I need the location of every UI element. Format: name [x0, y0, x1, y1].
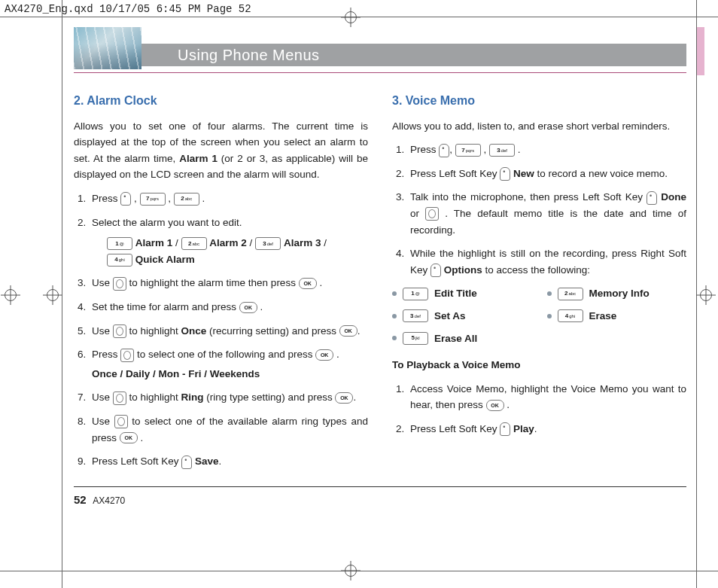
page: AX4270_Eng.qxd 10/17/05 6:45 PM Page 52 …	[0, 0, 718, 588]
crop-line-right	[696, 0, 697, 588]
alarm-steps: Press , 7pqrs , 2abc . Select the alarm …	[74, 190, 368, 470]
key-4-icon: 4ghi	[107, 254, 132, 267]
page-footer: 52 AX4270	[74, 493, 686, 506]
section-heading-voice: 3. Voice Memo	[392, 91, 686, 111]
alarm-step-2: Select the alarm you want to edit. 1@ Al…	[89, 215, 368, 268]
header-photo	[74, 27, 141, 69]
key-5-icon: 5jkl	[403, 332, 428, 345]
opt-set-as: 3defSet As	[392, 308, 532, 324]
page-number: 52	[74, 493, 87, 506]
recurrence-options: Once / Daily / Mon - Fri / Weekends	[92, 366, 368, 382]
voice-step-4: While the highlight is still on the reco…	[407, 245, 686, 278]
voice-step-1: Press , 7pqrs , 3def .	[407, 142, 686, 158]
key-1-icon: 1@	[107, 237, 132, 250]
ok-key-icon: OK	[120, 432, 138, 443]
two-columns: 2. Alarm Clock Allows you to set one of …	[74, 88, 686, 477]
section-heading-alarm: 2. Alarm Clock	[74, 91, 368, 111]
soft-key-icon	[439, 144, 449, 157]
alarm-step-6: Press to select one of the following and…	[89, 346, 368, 382]
nav-key-icon	[120, 349, 134, 362]
playback-step-1: Access Voice Memo, highlight the Voice M…	[407, 381, 686, 413]
left-column: 2. Alarm Clock Allows you to set one of …	[74, 88, 368, 477]
nav-key-icon	[113, 277, 126, 291]
voice-step-2: Press Left Soft Key New to record a new …	[407, 166, 686, 182]
soft-key-icon	[181, 455, 192, 469]
alarm-step-3: Use to highlight the alarm time then pre…	[89, 275, 368, 291]
playback-steps: Access Voice Memo, highlight the Voice M…	[392, 381, 686, 437]
opt-erase-all: 5jklErase All	[392, 331, 532, 347]
playback-step-2: Press Left Soft Key Play.	[407, 421, 686, 437]
alarm-step-7: Use to highlight Ring (ring type setting…	[89, 389, 368, 406]
soft-key-icon	[120, 192, 131, 206]
chapter-title: Using Phone Menus	[141, 44, 686, 66]
key-3-icon: 3def	[255, 237, 281, 250]
opt-erase: 4ghiErase	[547, 308, 687, 324]
key-4-icon: 4ghi	[558, 309, 583, 322]
key-3-icon: 3def	[489, 144, 515, 157]
reg-mark-bottom	[345, 565, 357, 577]
right-column: 3. Voice Memo Allows you to add, listen …	[392, 88, 686, 477]
nav-key-icon	[113, 324, 126, 338]
ok-key-icon: OK	[335, 392, 353, 404]
voice-step-3: Talk into the microphone, then press Lef…	[407, 189, 686, 238]
reg-mark-right	[700, 289, 712, 301]
nav-key-icon	[113, 391, 126, 405]
key-2-icon: 2abc	[558, 288, 583, 300]
content-area: Using Phone Menus 2. Alarm Clock Allows …	[74, 27, 686, 558]
footer-rule	[74, 486, 686, 487]
key-7-icon: 7pqrs	[140, 193, 166, 206]
alarm-step-4: Set the time for alarm and press OK .	[89, 299, 368, 315]
ok-key-icon: OK	[339, 325, 357, 337]
crop-line-left	[62, 0, 62, 588]
model-number: AX4270	[93, 495, 125, 506]
alarm-intro: Allows you to set one of four alarms. Th…	[74, 118, 368, 183]
reg-mark-top	[345, 11, 357, 23]
reg-mark-left-inner	[47, 289, 59, 301]
soft-key-icon	[500, 422, 510, 436]
ok-key-icon: OK	[239, 302, 257, 313]
soft-key-icon	[647, 191, 657, 205]
alarm-step-9: Press Left Soft Key Save.	[89, 453, 368, 470]
file-slug: AX4270_Eng.qxd 10/17/05 6:45 PM Page 52	[5, 3, 251, 15]
key-7-icon: 7pqrs	[455, 144, 481, 157]
ok-key-icon: OK	[486, 400, 504, 411]
voice-intro: Allows you to add, listen to, and erase …	[392, 118, 686, 135]
header-rule	[74, 72, 686, 73]
soft-key-icon	[430, 264, 441, 277]
ok-key-icon: OK	[315, 349, 333, 361]
playback-subheading: To Playback a Voice Memo	[392, 357, 686, 373]
reg-mark-left-outer	[5, 289, 17, 301]
alarm-step-8: Use to select one of the available alarm…	[89, 413, 368, 446]
nav-key-icon	[425, 207, 439, 221]
alarm-step-5: Use to highlight Once (recurring setting…	[89, 323, 368, 340]
options-list: 1@Edit Title 3defSet As 5jklErase All 2a…	[392, 285, 686, 346]
side-tab	[697, 27, 704, 75]
opt-edit-title: 1@Edit Title	[392, 285, 532, 302]
ok-key-icon: OK	[299, 278, 317, 289]
key-2-icon: 2abc	[174, 193, 199, 206]
nav-key-icon	[114, 415, 128, 428]
voice-steps: Press , 7pqrs , 3def . Press Left Soft K…	[392, 142, 686, 278]
alarm-step-1: Press , 7pqrs , 2abc .	[89, 190, 368, 207]
chapter-header: Using Phone Menus	[74, 27, 686, 69]
key-2-icon: 2abc	[181, 237, 207, 250]
key-3-icon: 3def	[403, 309, 428, 322]
key-1-icon: 1@	[403, 288, 428, 300]
opt-memory-info: 2abcMemory Info	[547, 285, 687, 302]
soft-key-icon	[500, 167, 510, 181]
